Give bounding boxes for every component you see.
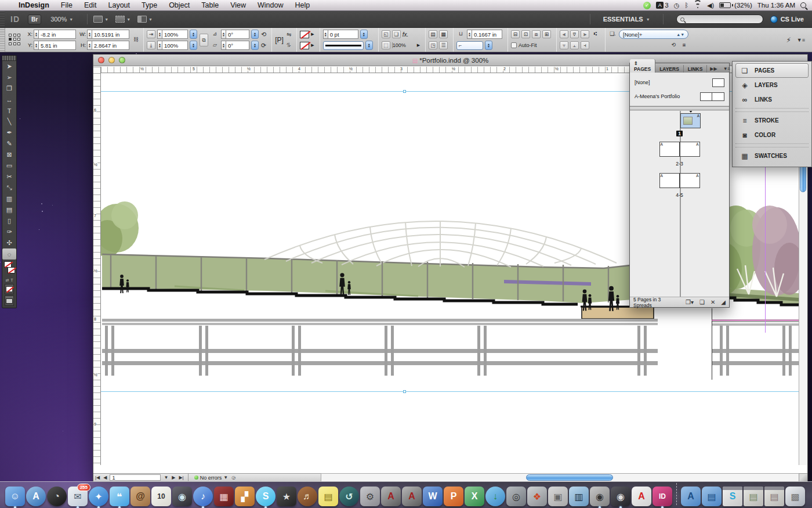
page-tool[interactable]: ❐: [2, 83, 16, 94]
formatting-affects-text-icon[interactable]: T: [10, 278, 13, 282]
effect-opacity-value[interactable]: 100%: [392, 42, 415, 48]
align-left-icon[interactable]: ⫷: [560, 30, 568, 38]
dock-icon-mail[interactable]: ✉255: [68, 487, 88, 506]
menu-layout[interactable]: Layout: [103, 0, 136, 11]
rotation-field[interactable]: ▲▼ 0°: [221, 30, 249, 39]
master-page-thumbnail[interactable]: [712, 78, 724, 87]
panel-resize-grip[interactable]: ◢: [721, 299, 726, 305]
ruler-guide-violet[interactable]: [765, 167, 766, 333]
fill-frame-icon[interactable]: ⧈: [532, 30, 541, 38]
swap-fill-stroke-icon[interactable]: ⇄: [5, 278, 9, 283]
autofit-checkbox-box[interactable]: [511, 42, 517, 48]
dock-icon-applications-folder[interactable]: A: [681, 487, 701, 506]
dock-icon-powerpoint[interactable]: P: [444, 487, 463, 506]
scale-x-field[interactable]: ▲▼ 100%: [157, 30, 188, 39]
dock-icon-finder[interactable]: ☺: [5, 487, 25, 506]
gradient-swatch-tool[interactable]: ▥: [2, 193, 16, 204]
view-options-button[interactable]: ▼: [93, 16, 108, 23]
dock-entry-links[interactable]: ∞LINKS: [735, 92, 809, 107]
break-link-style-icon[interactable]: ⧆: [680, 41, 688, 49]
dock-icon-autocad-1[interactable]: A: [381, 487, 401, 506]
wrap-jump-icon[interactable]: ☰: [439, 41, 448, 49]
vertical-ruler[interactable]: 6½7½8½9: [93, 67, 101, 465]
menu-object[interactable]: Object: [163, 0, 195, 11]
panel-menu-icon[interactable]: ▼≡: [720, 66, 734, 73]
stroke-weight-value[interactable]: 0 pt: [328, 30, 358, 39]
input-source-menu[interactable]: A 3: [656, 2, 668, 9]
shear-field[interactable]: ▲▼ 0°: [221, 41, 249, 50]
masters-pages-divider[interactable]: [630, 106, 729, 111]
reference-point-proxy[interactable]: [9, 34, 21, 46]
dock-icon-solution-menu[interactable]: ▣: [548, 487, 568, 506]
align-middle-icon[interactable]: ⫠: [570, 41, 579, 49]
control-panel-menu-icon[interactable]: ▼≡: [797, 37, 805, 43]
shear-aqua-stepper[interactable]: ▲▼: [251, 41, 259, 50]
frame-tool[interactable]: ⊠: [2, 149, 16, 160]
quick-apply-icon[interactable]: ⚡: [786, 36, 791, 44]
dock-icon-documents-folder[interactable]: ▤: [702, 487, 722, 506]
scissors-tool[interactable]: ✂: [2, 171, 16, 182]
spotlight-icon[interactable]: [800, 2, 806, 8]
stroke-swatch-none[interactable]: [8, 267, 15, 273]
dock-entry-color[interactable]: ◙COLOR: [735, 128, 809, 142]
w-stepper[interactable]: ▲▼: [87, 30, 92, 39]
menu-type[interactable]: Type: [136, 0, 163, 11]
dock-icon-trash[interactable]: ▩: [785, 487, 805, 506]
flip-horizontal-icon[interactable]: ⇋: [287, 31, 291, 38]
cs-live-button[interactable]: CS Live: [770, 16, 804, 23]
search-box[interactable]: [676, 15, 763, 24]
dock-entry-layers[interactable]: ◈LAYERS: [735, 78, 809, 92]
dock-icon-excel[interactable]: X: [465, 487, 484, 506]
dock-icon-time-machine[interactable]: ↺: [339, 487, 359, 506]
ruler-guide-magenta[interactable]: [712, 320, 799, 320]
center-content-icon[interactable]: ⊞: [542, 30, 551, 38]
page-number-field[interactable]: 1: [110, 474, 161, 481]
stroke-weight-stepper[interactable]: ▲▼: [323, 30, 328, 39]
screen-mode-toggle[interactable]: [5, 296, 14, 306]
delete-page-button[interactable]: ✕: [710, 299, 715, 305]
search-input[interactable]: [687, 16, 751, 23]
align-right-icon[interactable]: ⫸: [581, 30, 589, 38]
rotation-stepper[interactable]: ▲▼: [221, 30, 226, 39]
selection-tool[interactable]: ➤: [2, 61, 16, 72]
first-page-button[interactable]: |◀: [93, 475, 102, 480]
rotation-aqua-stepper[interactable]: ▲▼: [251, 30, 259, 39]
tab-pages[interactable]: ⇕ PAGES: [630, 59, 655, 73]
dock-icon-imovie[interactable]: ★: [277, 487, 296, 506]
dock-entry-pages[interactable]: ❏PAGES: [735, 63, 809, 78]
battery-indicator[interactable]: (32%): [719, 2, 752, 9]
zoom-tool[interactable]: ◌: [2, 248, 16, 260]
shear-stepper[interactable]: ▲▼: [221, 41, 226, 50]
transparency-icon[interactable]: ⬚: [382, 41, 390, 49]
preflight-dropdown-arrow[interactable]: ▼: [222, 475, 230, 480]
menu-indesign[interactable]: InDesign: [13, 0, 55, 11]
scale-y-field[interactable]: ▲▼ 100%: [157, 41, 188, 50]
dock-icon-dashboard[interactable]: ◔: [47, 487, 67, 506]
corner-shape-dropdown[interactable]: ⌐: [456, 41, 483, 50]
dock-icon-minimized-window-skype[interactable]: S: [723, 487, 742, 506]
clear-overrides-icon[interactable]: ⟲: [669, 41, 678, 49]
wrap-object-icon[interactable]: ◳: [429, 41, 437, 49]
dock-icon-parallels[interactable]: ❖: [527, 487, 547, 506]
workspace-switcher[interactable]: ESSENTIALS ▼: [603, 16, 650, 23]
x-stepper[interactable]: ▲▼: [34, 30, 39, 39]
drop-shadow-icon[interactable]: ❏: [392, 30, 401, 38]
page-label[interactable]: 1: [630, 131, 729, 136]
gap-tool[interactable]: ↔: [2, 94, 16, 105]
opacity-icon[interactable]: ◱: [382, 30, 390, 38]
scale-x-value[interactable]: 100%: [162, 30, 188, 39]
dock-icon-minimized-window-web-2[interactable]: ▤: [764, 487, 784, 506]
dock-icon-photo-app[interactable]: ▞: [235, 487, 255, 506]
page-thumbnail[interactable]: A: [659, 142, 680, 157]
scale-y-stepper[interactable]: ▲▼: [157, 41, 162, 50]
opacity-arrow[interactable]: ▶: [417, 43, 420, 48]
guide-handle-top[interactable]: [403, 90, 406, 93]
height-field[interactable]: H: ▲▼ 2.8647 in: [78, 41, 129, 50]
fill-stroke-controls[interactable]: [2, 260, 16, 277]
line-tool[interactable]: ╲: [2, 116, 16, 127]
note-tool[interactable]: ▯: [2, 215, 16, 226]
constrain-dimensions-icon[interactable]: ⛓: [132, 36, 140, 44]
y-stepper[interactable]: ▲▼: [34, 41, 39, 50]
corner-radius-stepper[interactable]: ▲▼: [467, 30, 472, 39]
corner-radius-field[interactable]: ▲▼ 0.1667 in: [467, 30, 502, 39]
